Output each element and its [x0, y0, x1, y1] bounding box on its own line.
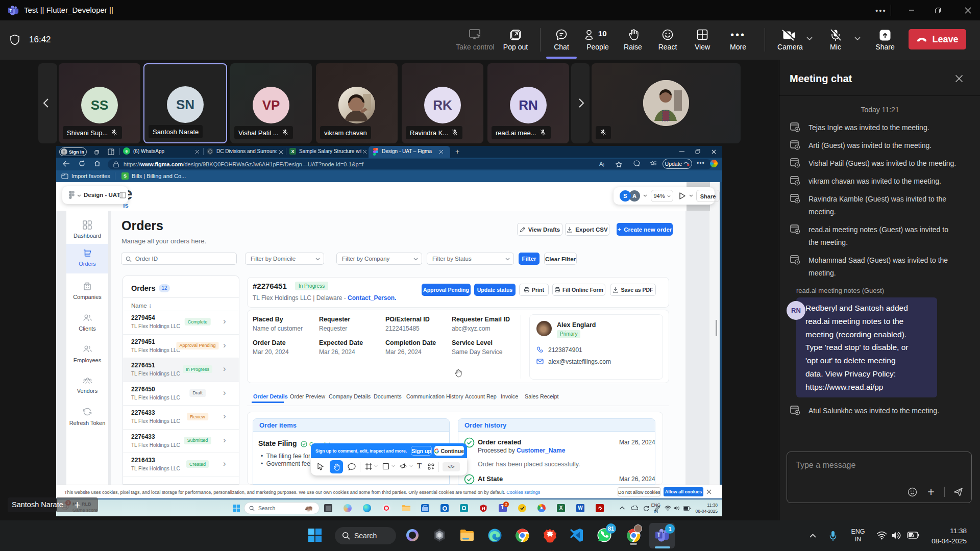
svg-text:T: T	[10, 8, 12, 13]
svg-text:T: T	[657, 532, 660, 538]
